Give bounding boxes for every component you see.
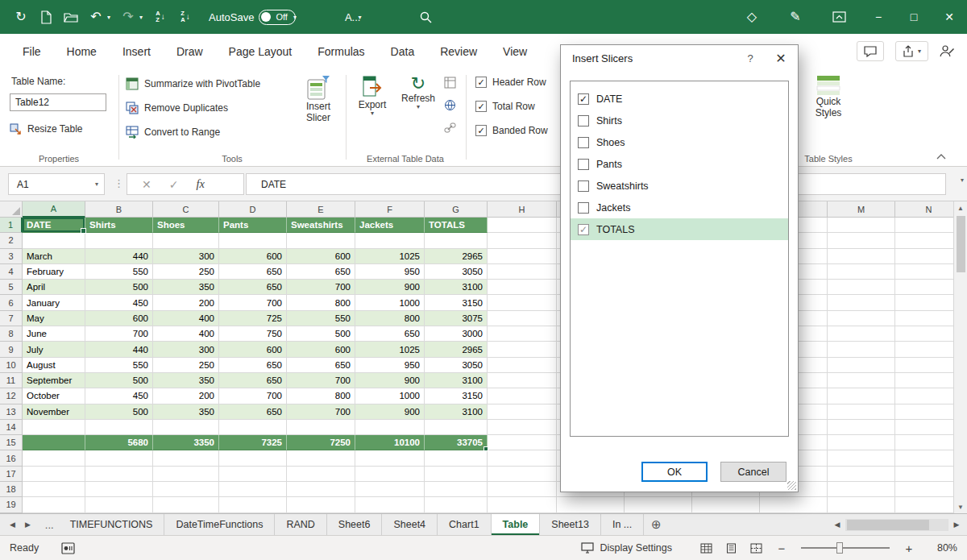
cell-h8[interactable] <box>488 326 557 342</box>
zoom-in-button[interactable]: + <box>903 541 915 555</box>
cell-b11[interactable]: 500 <box>85 373 153 388</box>
cell-b13[interactable]: 500 <box>85 404 153 420</box>
cell-f1[interactable]: Jackets <box>355 218 425 233</box>
cell-c2[interactable] <box>153 233 219 248</box>
cell-b7[interactable]: 600 <box>85 311 153 326</box>
cell-c4[interactable]: 250 <box>153 264 219 280</box>
autosave-toggle[interactable]: Off <box>259 10 295 25</box>
cell-h7[interactable] <box>488 311 557 326</box>
cell-c13[interactable]: 350 <box>153 404 219 420</box>
sheet-tab-sheet4[interactable]: Sheet4 <box>382 514 438 535</box>
cell-f7[interactable]: 800 <box>355 311 425 326</box>
cell-f5[interactable]: 900 <box>355 280 425 295</box>
scroll-left-icon[interactable]: ◀ <box>832 521 843 529</box>
column-header-h[interactable]: H <box>488 201 557 218</box>
new-file-icon[interactable] <box>38 7 54 27</box>
cell-m3[interactable] <box>828 249 895 264</box>
share-button[interactable]: ▾ <box>895 41 928 61</box>
cell-f19[interactable] <box>355 497 425 512</box>
ribbon-tab-view[interactable]: View <box>490 34 540 68</box>
cell-h1[interactable] <box>488 218 557 233</box>
cell-e19[interactable] <box>287 497 355 512</box>
cell-a19[interactable] <box>23 497 85 512</box>
sync-icon[interactable]: ↻ <box>13 7 29 27</box>
cell-e17[interactable] <box>287 467 355 482</box>
convert-to-range-button[interactable]: Convert to Range <box>126 122 220 142</box>
qat-dropdown-icon[interactable]: ▾ <box>293 14 297 21</box>
cell-b8[interactable]: 700 <box>85 326 153 342</box>
checked-checkbox-icon[interactable]: ✓ <box>475 101 487 112</box>
cell-a11[interactable]: September <box>23 373 85 388</box>
cell-g14[interactable] <box>425 420 488 435</box>
resize-table-button[interactable]: Resize Table <box>10 119 82 139</box>
cell-e16[interactable] <box>287 450 355 466</box>
cell-h9[interactable] <box>488 342 557 357</box>
cell-c18[interactable] <box>153 482 219 497</box>
cell-b15[interactable]: 5680 <box>85 435 153 450</box>
cell-g2[interactable] <box>425 233 488 248</box>
cell-h19[interactable] <box>488 497 557 512</box>
cell-m10[interactable] <box>828 358 895 373</box>
sheet-tab-chart1[interactable]: Chart1 <box>438 514 492 535</box>
row-header-8[interactable]: 8 <box>0 326 23 342</box>
cell-a18[interactable] <box>23 482 85 497</box>
ribbon-tab-insert[interactable]: Insert <box>110 34 164 68</box>
ribbon-tab-draw[interactable]: Draw <box>164 34 216 68</box>
cell-e2[interactable] <box>287 233 355 248</box>
remove-duplicates-button[interactable]: Remove Duplicates <box>126 98 228 118</box>
cell-d17[interactable] <box>219 467 287 482</box>
cell-m18[interactable] <box>828 482 895 497</box>
cell-a12[interactable]: October <box>23 388 85 404</box>
cell-f3[interactable]: 1025 <box>355 249 425 264</box>
refresh-dropdown-icon[interactable]: ▾ <box>417 104 420 110</box>
cell-n5[interactable] <box>895 280 953 295</box>
cell-f8[interactable]: 650 <box>355 326 425 342</box>
cell-n14[interactable] <box>895 420 953 435</box>
cell-n18[interactable] <box>895 482 953 497</box>
cell-g13[interactable]: 3100 <box>425 404 488 420</box>
cell-g16[interactable] <box>425 450 488 466</box>
cell-g7[interactable]: 3075 <box>425 311 488 326</box>
open-folder-icon[interactable] <box>63 7 79 27</box>
cell-d11[interactable]: 650 <box>219 373 287 388</box>
cell-b10[interactable]: 550 <box>85 358 153 373</box>
sheet-overflow-indicator[interactable]: ... <box>40 514 59 535</box>
name-box-dropdown-icon[interactable]: ▾ <box>95 181 98 188</box>
cell-c15[interactable]: 3350 <box>153 435 219 450</box>
page-break-view-icon[interactable] <box>750 543 762 554</box>
cell-e9[interactable]: 600 <box>287 342 355 357</box>
unchecked-checkbox-icon[interactable] <box>578 137 589 148</box>
cell-d15[interactable]: 7325 <box>219 435 287 450</box>
redo-dropdown-icon[interactable]: ▾ <box>139 14 143 21</box>
row-header-17[interactable]: 17 <box>0 467 23 482</box>
pen-icon[interactable]: ✎ <box>787 7 803 27</box>
cell-h12[interactable] <box>488 388 557 404</box>
ribbon-tab-data[interactable]: Data <box>378 34 428 68</box>
cell-n13[interactable] <box>895 404 953 420</box>
cell-a5[interactable]: April <box>23 280 85 295</box>
row-header-14[interactable]: 14 <box>0 420 23 435</box>
cell-m19[interactable] <box>828 497 895 512</box>
cell-d18[interactable] <box>219 482 287 497</box>
column-header-n[interactable]: N <box>895 201 953 218</box>
cell-e3[interactable]: 600 <box>287 249 355 264</box>
checked-checkbox-icon[interactable]: ✓ <box>475 77 487 88</box>
cell-f12[interactable]: 1000 <box>355 388 425 404</box>
ok-button[interactable]: OK <box>641 462 708 482</box>
summarize-with-pivottable-button[interactable]: Summarize with PivotTable <box>126 74 260 93</box>
user-editing-icon[interactable] <box>940 44 954 58</box>
cell-b12[interactable]: 450 <box>85 388 153 404</box>
slicer-field-sweatshirts[interactable]: Sweatshirts <box>571 175 788 197</box>
cell-c12[interactable]: 200 <box>153 388 219 404</box>
cell-b4[interactable]: 550 <box>85 264 153 280</box>
slicer-field-pants[interactable]: Pants <box>571 153 788 175</box>
zoom-slider-thumb[interactable] <box>836 542 843 554</box>
column-header-a[interactable]: A <box>23 201 85 218</box>
dialog-help-button[interactable]: ? <box>737 52 764 64</box>
row-header-11[interactable]: 11 <box>0 373 23 388</box>
data-range-properties-icon[interactable] <box>444 77 456 89</box>
cell-i19[interactable] <box>557 497 625 512</box>
cell-e13[interactable]: 700 <box>287 404 355 420</box>
cell-e11[interactable]: 700 <box>287 373 355 388</box>
row-header-7[interactable]: 7 <box>0 311 23 326</box>
